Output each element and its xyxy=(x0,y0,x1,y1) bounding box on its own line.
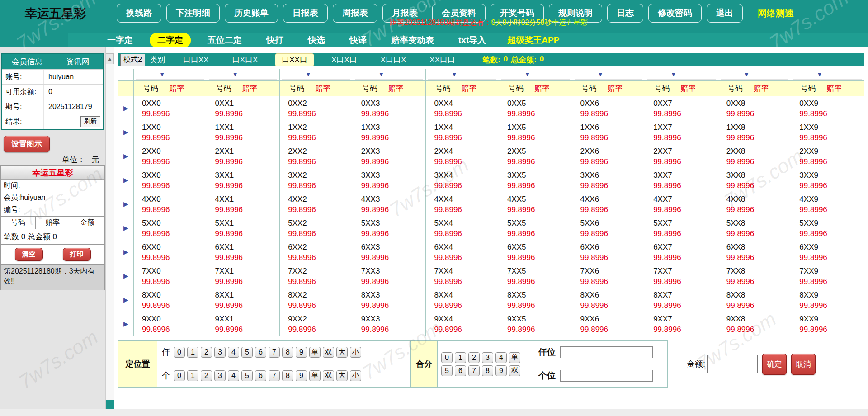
position-key-button[interactable]: 8 xyxy=(282,370,293,381)
odds-cell[interactable]: 5XX199.8996 xyxy=(207,216,280,240)
odds-cell[interactable]: 1XX599.8996 xyxy=(499,120,572,144)
odds-cell[interactable]: 5XX099.8996 xyxy=(134,216,207,240)
game-tab[interactable]: 赔率变动表 xyxy=(379,34,446,46)
odds-cell[interactable]: 3XX599.8996 xyxy=(499,168,572,192)
odds-cell[interactable]: 9XX099.8996 xyxy=(134,312,207,336)
odds-cell[interactable]: 7XX999.8996 xyxy=(791,264,864,288)
position-key-button[interactable]: 2 xyxy=(201,370,212,381)
position-key-button[interactable]: 单 xyxy=(309,370,321,381)
position-key-button[interactable]: 0 xyxy=(174,347,185,358)
odds-cell[interactable]: 6XX699.8996 xyxy=(572,240,645,264)
odds-cell[interactable]: 2XX799.8996 xyxy=(645,144,718,168)
row-expander-cell[interactable]: ▶ xyxy=(118,168,134,192)
row-expander-cell[interactable]: ▶ xyxy=(118,312,134,336)
odds-cell[interactable]: 6XX399.8996 xyxy=(353,240,426,264)
nav-button[interactable]: 日志 xyxy=(607,4,643,23)
odds-cell[interactable]: 9XX699.8996 xyxy=(572,312,645,336)
row-expander-cell[interactable]: ▶ xyxy=(118,144,134,168)
position-key-button[interactable]: 双 xyxy=(323,347,334,358)
odds-cell[interactable]: 2XX399.8996 xyxy=(353,144,426,168)
odds-cell[interactable]: 7XX899.8996 xyxy=(718,264,791,288)
super-app-link[interactable]: 超级奖王APP xyxy=(507,34,559,46)
odds-cell[interactable]: 1XX799.8996 xyxy=(645,120,718,144)
odds-cell[interactable]: 8XX099.8996 xyxy=(134,288,207,312)
amount-input[interactable] xyxy=(707,355,758,373)
odds-cell[interactable]: 8XX199.8996 xyxy=(207,288,280,312)
column-filter-select[interactable]: ▼ xyxy=(793,71,862,80)
network-speed-link[interactable]: 网络测速 xyxy=(758,7,794,19)
odds-cell[interactable]: 8XX699.8996 xyxy=(572,288,645,312)
odds-cell[interactable]: 0XX499.8996 xyxy=(426,96,499,120)
odds-cell[interactable]: 9XX299.8996 xyxy=(280,312,353,336)
odds-cell[interactable]: 5XX499.8996 xyxy=(426,216,499,240)
odds-cell[interactable]: 2XX299.8996 xyxy=(280,144,353,168)
position-key-button[interactable]: 3 xyxy=(214,370,226,381)
nav-button[interactable]: 修改密码 xyxy=(648,4,702,23)
odds-cell[interactable]: 1XX999.8996 xyxy=(791,120,864,144)
odds-cell[interactable]: 0XX599.8996 xyxy=(499,96,572,120)
position-key-button[interactable]: 9 xyxy=(296,347,307,358)
odds-cell[interactable]: 0XX199.8996 xyxy=(207,96,280,120)
odds-cell[interactable]: 7XX199.8996 xyxy=(207,264,280,288)
combine-key-button[interactable]: 双 xyxy=(509,365,520,376)
digit-input[interactable] xyxy=(560,346,653,358)
odds-cell[interactable]: 5XX999.8996 xyxy=(791,216,864,240)
pattern-mode[interactable]: 口X口X xyxy=(226,54,264,66)
odds-cell[interactable]: 8XX899.8996 xyxy=(718,288,791,312)
odds-cell[interactable]: 5XX399.8996 xyxy=(353,216,426,240)
odds-cell[interactable]: 8XX399.8996 xyxy=(353,288,426,312)
pattern-mode[interactable]: 口口XX xyxy=(177,54,215,66)
odds-cell[interactable]: 3XX899.8996 xyxy=(718,168,791,192)
combine-key-button[interactable]: 9 xyxy=(495,365,507,376)
odds-cell[interactable]: 4XX199.8996 xyxy=(207,192,280,216)
game-tab[interactable]: 快译 xyxy=(337,34,379,46)
column-filter-select[interactable]: ▼ xyxy=(501,71,570,80)
odds-cell[interactable]: 5XX699.8996 xyxy=(572,216,645,240)
collapse-up-button[interactable]: ▲ xyxy=(106,53,114,64)
odds-cell[interactable]: 1XX199.8996 xyxy=(207,120,280,144)
odds-cell[interactable]: 6XX799.8996 xyxy=(645,240,718,264)
odds-cell[interactable]: 6XX599.8996 xyxy=(499,240,572,264)
odds-cell[interactable]: 8XX999.8996 xyxy=(791,288,864,312)
row-expander-cell[interactable]: ▶ xyxy=(118,96,134,120)
game-tab[interactable]: 二字定 xyxy=(150,33,191,47)
odds-cell[interactable]: 9XX199.8996 xyxy=(207,312,280,336)
combine-key-button[interactable]: 6 xyxy=(455,365,466,376)
odds-cell[interactable]: 2XX099.8996 xyxy=(134,144,207,168)
odds-cell[interactable]: 6XX499.8996 xyxy=(426,240,499,264)
odds-cell[interactable]: 5XX899.8996 xyxy=(718,216,791,240)
position-key-button[interactable]: 4 xyxy=(228,370,239,381)
odds-cell[interactable]: 8XX599.8996 xyxy=(499,288,572,312)
combine-key-button[interactable]: 1 xyxy=(455,352,466,363)
odds-cell[interactable]: 4XX599.8996 xyxy=(499,192,572,216)
combine-key-button[interactable]: 0 xyxy=(441,352,453,363)
position-key-button[interactable]: 小 xyxy=(350,347,361,358)
column-filter-select[interactable]: ▼ xyxy=(209,71,278,80)
odds-cell[interactable]: 2XX699.8996 xyxy=(572,144,645,168)
odds-cell[interactable]: 3XX399.8996 xyxy=(353,168,426,192)
settings-button[interactable]: 设置图示 xyxy=(4,136,50,152)
nav-button[interactable]: 历史账单 xyxy=(225,4,278,23)
odds-cell[interactable]: 4XX899.8996 xyxy=(718,192,791,216)
combine-key-button[interactable]: 3 xyxy=(482,352,493,363)
odds-cell[interactable]: 7XX099.8996 xyxy=(134,264,207,288)
row-expander-cell[interactable]: ▶ xyxy=(118,192,134,216)
tab-news-site[interactable]: 资讯网 xyxy=(52,57,103,67)
odds-cell[interactable]: 9XX899.8996 xyxy=(718,312,791,336)
game-tab[interactable]: 快选 xyxy=(296,34,337,46)
odds-cell[interactable]: 7XX599.8996 xyxy=(499,264,572,288)
odds-cell[interactable]: 1XX499.8996 xyxy=(426,120,499,144)
odds-cell[interactable]: 1XX699.8996 xyxy=(572,120,645,144)
odds-cell[interactable]: 2XX499.8996 xyxy=(426,144,499,168)
position-key-button[interactable]: 5 xyxy=(241,370,253,381)
odds-cell[interactable]: 0XX799.8996 xyxy=(645,96,718,120)
confirm-button[interactable]: 确定 xyxy=(762,354,787,375)
odds-cell[interactable]: 2XX599.8996 xyxy=(499,144,572,168)
nav-button[interactable]: 周报表 xyxy=(333,4,377,23)
odds-cell[interactable]: 6XX899.8996 xyxy=(718,240,791,264)
column-filter-select[interactable]: ▼ xyxy=(575,71,643,80)
game-tab[interactable]: 一字定 xyxy=(95,34,145,46)
row-expander-cell[interactable]: ▶ xyxy=(118,240,134,264)
column-filter-select[interactable]: ▼ xyxy=(282,71,350,80)
odds-cell[interactable]: 3XX199.8996 xyxy=(207,168,280,192)
